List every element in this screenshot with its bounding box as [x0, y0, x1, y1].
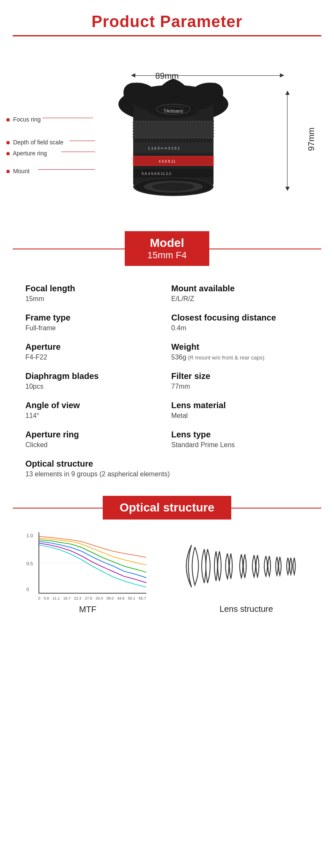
mtf-y-bot: 0: [27, 587, 29, 592]
model-title: Model: [142, 236, 192, 250]
arrow-line-width: [131, 75, 284, 76]
mount-dot: [6, 170, 10, 173]
model-box: Model 15mm F4: [125, 231, 209, 266]
spec-optical-structure: Optical structure 13 elements in 9 group…: [21, 454, 313, 483]
spec-aperture-ring: Aperture ring Clicked: [21, 425, 167, 454]
lens-diagram: 89mm 97mm 7Artisans 1 1.5: [0, 45, 334, 223]
spec-angle-of-view: Angle of view 114°: [21, 395, 167, 425]
svg-point-17: [152, 182, 194, 191]
aperture-ring-line: [61, 152, 95, 152]
lens-structure-label: Lens structure: [219, 604, 273, 614]
mtf-x-labels: 0 5.6 11.1 16.7 22.3 27.8 33.4 39.0 44.6…: [38, 596, 146, 600]
svg-text:4   5.6   8   11: 4 5.6 8 11: [159, 159, 175, 163]
lens-structure-box: Lens structure: [171, 532, 321, 614]
spec-lens-type: Lens type Standard Prime Lens: [167, 425, 313, 454]
svg-rect-4: [133, 121, 214, 138]
arrow-line-height: [287, 91, 287, 189]
mtf-chart-area: 0 5.6 11.1 16.7 22.3 27.8 33.4 39.0 44.6…: [38, 532, 149, 600]
label-aperture-ring: Aperture ring: [6, 150, 47, 157]
page-title: Product Parameter: [0, 0, 334, 35]
header-divider: [13, 35, 321, 36]
specs-grid: Focal length 15mm Mount available E/L/R/…: [21, 279, 313, 492]
svg-text:5.6  4   5.6  8  11  2.2: 5.6 4 5.6 8 11 2.2: [142, 171, 171, 176]
mtf-chart-container: 1.0 0.5 0 0 5.6: [27, 532, 149, 600]
spec-focal-length: Focal length 15mm: [21, 279, 167, 308]
aperture-dot: [6, 152, 10, 155]
charts-section: 1.0 0.5 0 0 5.6: [13, 532, 321, 614]
arrow-right: [280, 73, 284, 77]
spec-lens-material: Lens material Metal: [167, 395, 313, 425]
model-subtitle: 15mm F4: [142, 250, 192, 261]
mtf-y-top: 1.0: [27, 533, 33, 538]
spec-frame-type: Frame type Full-frame: [21, 308, 167, 337]
dim-width-label: 89mm: [155, 71, 179, 81]
spec-aperture: Aperture F4-F22: [21, 337, 167, 366]
spec-diaphragm: Diaphragm blades 10pcs: [21, 366, 167, 395]
spec-closest-focus: Closest focusing distance 0.4m: [167, 308, 313, 337]
arrow-left: [131, 73, 135, 77]
label-dof-scale: Depth of field scale: [6, 139, 63, 146]
svg-text:1  1.5  3   ∞  ∞  3  1.5  1: 1 1.5 3 ∞ ∞ 3 1.5 1: [148, 146, 180, 150]
spec-filter-size: Filter size 77mm: [167, 366, 313, 395]
mount-line: [38, 169, 95, 170]
lens-structure-svg: [179, 532, 314, 600]
lens-image: 7Artisans 1 1.5 3 ∞ ∞ 3 1.5 1 4 5.6 8 11…: [93, 79, 254, 206]
model-section-header: Model 15mm F4: [13, 231, 321, 266]
spec-mount-available: Mount available E/L/R/Z: [167, 279, 313, 308]
dim-height-label: 97mm: [307, 127, 316, 151]
dof-dot: [6, 141, 10, 144]
focus-ring-line: [42, 118, 93, 118]
focus-ring-dot: [6, 118, 10, 122]
label-focus-ring: Focus ring: [6, 116, 41, 123]
svg-text:7Artisans: 7Artisans: [164, 108, 183, 113]
optical-section-header: Optical structure: [13, 496, 321, 520]
mtf-chart-box: 1.0 0.5 0 0 5.6: [13, 532, 163, 614]
spec-weight: Weight 536g (R mount w/o front & rear ca…: [167, 337, 313, 366]
optical-box: Optical structure: [103, 496, 231, 520]
optical-title: Optical structure: [120, 501, 214, 514]
mtf-y-mid: 0.5: [27, 561, 33, 566]
mtf-label: MTF: [79, 605, 96, 614]
arrow-top: [285, 91, 290, 95]
arrow-bottom: [285, 187, 290, 191]
dof-line: [70, 141, 95, 141]
label-mount: Mount: [6, 168, 30, 174]
